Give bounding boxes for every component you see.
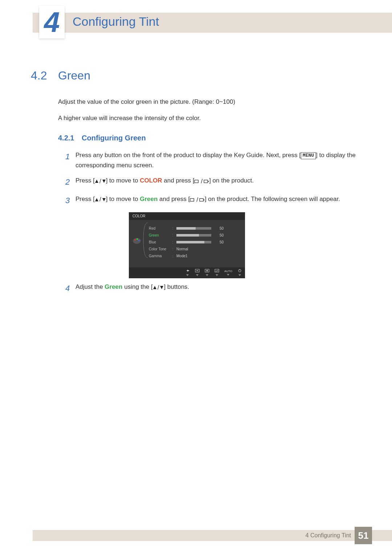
page-number: 51 xyxy=(355,527,372,544)
svg-rect-18 xyxy=(196,270,198,271)
svg-marker-31 xyxy=(153,286,156,289)
intro-paragraph-1: Adjust the value of the color green in t… xyxy=(58,97,361,107)
svg-marker-6 xyxy=(102,198,106,201)
svg-rect-8 xyxy=(200,198,203,201)
osd-label: Color Tone xyxy=(149,247,170,251)
step-4: 4 Adjust the Green using the [ / ] butto… xyxy=(65,282,361,295)
step-body: Adjust the Green using the [ / ] buttons… xyxy=(75,282,361,295)
bracket-curve-icon xyxy=(143,222,149,258)
osd-label: Gamma xyxy=(149,254,170,258)
osd-footer-power-icon xyxy=(237,269,242,277)
palette-icon xyxy=(132,237,141,245)
step-number: 2 xyxy=(65,176,75,189)
step-number: 4 xyxy=(65,282,75,295)
osd-body: Red : 50 Green : 50 Blue : 50 xyxy=(129,220,245,267)
osd-value: 50 xyxy=(213,240,224,244)
osd-footer-plus-icon xyxy=(205,269,209,277)
osd-slider xyxy=(176,234,211,237)
page-footer: 4 Configuring Tint 51 xyxy=(33,530,392,541)
menu-button-label: MENU xyxy=(301,152,316,159)
osd-row-red: Red : 50 xyxy=(149,225,241,232)
source-enter-icon: / xyxy=(190,195,205,205)
keyword-green: Green xyxy=(140,196,158,202)
svg-marker-0 xyxy=(95,180,98,183)
osd-slider xyxy=(176,227,211,230)
osd-footer-enter-icon xyxy=(215,269,219,277)
osd-footer-auto: AUTO xyxy=(224,270,232,276)
content-area: 4.2 Green Adjust the value of the color … xyxy=(31,69,361,300)
osd-row-green: Green : 50 xyxy=(149,232,241,239)
step-3: 3 Press [ / ] to move to Green and press… xyxy=(65,194,361,207)
osd-panel: COLOR Red : 50 Green : 50 Blue xyxy=(129,212,245,278)
osd-figure: COLOR Red : 50 Green : 50 Blue xyxy=(129,212,245,278)
keyword-green: Green xyxy=(105,283,122,290)
osd-footer-back-icon xyxy=(185,269,190,277)
svg-marker-16 xyxy=(186,274,189,276)
svg-marker-26 xyxy=(216,274,218,276)
osd-footer: AUTO xyxy=(129,267,245,278)
osd-footer-minus-icon xyxy=(195,269,200,277)
svg-rect-22 xyxy=(207,270,208,272)
svg-marker-32 xyxy=(160,286,163,289)
svg-marker-30 xyxy=(238,274,241,276)
up-down-icon: / xyxy=(153,283,164,293)
step-body: Press any button on the front of the pro… xyxy=(75,150,361,171)
svg-rect-2 xyxy=(195,180,198,183)
osd-label: Red xyxy=(149,226,170,230)
keyword-color: COLOR xyxy=(140,177,162,184)
chapter-number: 4 xyxy=(44,8,60,36)
subsection-number: 4.2.1 xyxy=(58,134,82,142)
svg-rect-3 xyxy=(204,180,208,183)
osd-value: 50 xyxy=(213,226,224,230)
svg-point-13 xyxy=(138,240,140,241)
osd-title: COLOR xyxy=(129,212,245,220)
osd-row-blue: Blue : 50 xyxy=(149,239,241,246)
svg-point-11 xyxy=(134,239,136,241)
svg-marker-5 xyxy=(95,198,98,201)
chapter-number-box: 4 xyxy=(39,6,65,38)
section-number: 4.2 xyxy=(31,69,58,82)
up-down-icon: / xyxy=(95,194,106,205)
step-body: Press [ / ] to move to Green and press [… xyxy=(75,194,361,207)
svg-point-12 xyxy=(136,238,138,240)
osd-value: 50 xyxy=(213,233,224,237)
svg-marker-1 xyxy=(102,180,106,183)
svg-rect-15 xyxy=(188,270,189,271)
section-title: Green xyxy=(58,69,90,82)
svg-marker-25 xyxy=(216,271,216,272)
subsection-heading: 4.2.1 Configuring Green xyxy=(58,134,361,142)
step-2: 2 Press [ / ] to move to COLOR and press… xyxy=(65,176,361,189)
svg-marker-27 xyxy=(227,274,229,276)
up-down-icon: / xyxy=(95,176,106,186)
svg-rect-24 xyxy=(215,269,219,272)
osd-slider xyxy=(176,241,211,243)
step-number: 1 xyxy=(65,150,75,171)
osd-row-gamma: Gamma : Mode1 xyxy=(149,253,241,259)
section-heading: 4.2 Green xyxy=(31,69,361,82)
svg-rect-29 xyxy=(240,269,240,270)
svg-marker-23 xyxy=(206,274,208,276)
osd-value: Mode1 xyxy=(176,254,188,258)
osd-label: Blue xyxy=(149,240,170,244)
osd-label: Green xyxy=(149,233,170,237)
svg-rect-7 xyxy=(190,198,194,201)
step-number: 3 xyxy=(65,194,75,207)
svg-marker-14 xyxy=(187,270,188,272)
svg-marker-19 xyxy=(196,274,199,276)
intro-paragraph-2: A higher value will increase the intensi… xyxy=(58,113,361,123)
subsection-title: Configuring Green xyxy=(82,134,146,142)
source-enter-icon: / xyxy=(194,176,209,186)
step-1: 1 Press any button on the front of the p… xyxy=(65,150,361,171)
step-body: Press [ / ] to move to COLOR and press [… xyxy=(75,176,361,189)
osd-row-colortone: Color Tone : Normal xyxy=(149,246,241,253)
footer-text: 4 Configuring Tint xyxy=(306,532,351,539)
chapter-title: Configuring Tint xyxy=(73,15,159,29)
osd-value: Normal xyxy=(176,247,188,251)
